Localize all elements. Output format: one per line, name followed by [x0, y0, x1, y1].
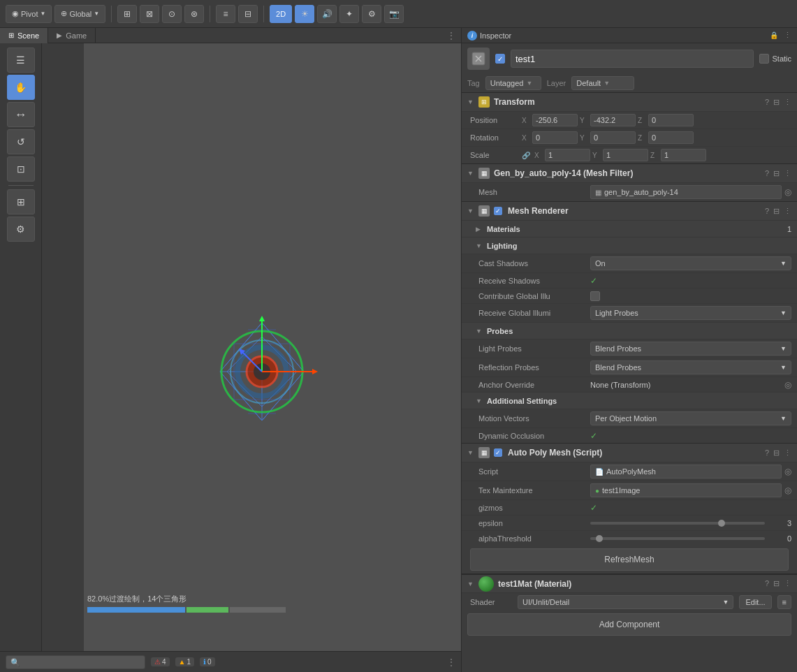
- alpha-thumb[interactable]: [596, 535, 603, 542]
- object-name-input[interactable]: [511, 50, 754, 68]
- auto-poly-menu[interactable]: ⋮: [784, 448, 791, 458]
- motion-vectors-dropdown[interactable]: Per Object Motion ▼: [590, 411, 791, 425]
- audio-button[interactable]: 🔊: [317, 5, 337, 23]
- transform-header[interactable]: ▼ ⊞ Transform ? ⊟ ⋮: [462, 93, 797, 111]
- mode-2d-button[interactable]: 2D: [270, 5, 292, 23]
- mesh-renderer-header[interactable]: ▼ ▦ ✓ Mesh Renderer ? ⊟ ⋮: [462, 202, 797, 220]
- inspector-options[interactable]: ⋮: [784, 31, 791, 40]
- receive-global-dropdown[interactable]: Light Probes ▼: [590, 306, 791, 320]
- shader-edit-button[interactable]: Edit...: [739, 595, 771, 609]
- tab-options[interactable]: ⋮: [447, 31, 461, 41]
- shader-dropdown[interactable]: UI/Unlit/Detail ▼: [518, 595, 733, 609]
- fx-button[interactable]: ✦: [339, 5, 359, 23]
- console-search[interactable]: [6, 655, 145, 669]
- transform-menu[interactable]: ⋮: [784, 98, 791, 107]
- tool-hand[interactable]: ✋: [7, 75, 35, 100]
- auto-poly-help[interactable]: ?: [765, 448, 769, 458]
- scene-tab[interactable]: ⊞ Scene: [0, 28, 48, 43]
- material-settings[interactable]: ⊟: [773, 579, 780, 588]
- mesh-filter-header[interactable]: ▼ ▦ Gen_by_auto_poly-14 (Mesh Filter) ? …: [462, 164, 797, 182]
- global-button[interactable]: ⊕ Global ▼: [54, 5, 105, 23]
- progress-blue: [87, 607, 185, 613]
- lock-icon[interactable]: 🔒: [770, 31, 778, 39]
- object-active-checkbox[interactable]: ✓: [495, 54, 505, 64]
- tex-target-icon[interactable]: ◎: [784, 485, 791, 495]
- tool-settings[interactable]: ⚙: [7, 217, 35, 242]
- mesh-filter-help[interactable]: ?: [765, 169, 769, 178]
- tool-hamburger[interactable]: ☰: [7, 48, 35, 73]
- transform-settings[interactable]: ⊟: [773, 98, 780, 107]
- scene-object[interactable]: [206, 316, 318, 430]
- dynamic-occlusion-check[interactable]: ✓: [590, 431, 597, 441]
- additional-settings-section[interactable]: ▼ Additional Settings: [462, 392, 797, 409]
- mesh-renderer-help[interactable]: ?: [765, 207, 769, 216]
- global-icon: ⊕: [61, 9, 67, 18]
- tool-rotate[interactable]: ⊙: [162, 5, 182, 23]
- contribute-global-checkbox[interactable]: [590, 291, 600, 301]
- bottom-options[interactable]: ⋮: [447, 657, 455, 667]
- lighting-button[interactable]: ☀: [295, 5, 314, 23]
- alpha-track[interactable]: [590, 537, 765, 540]
- tool-scale[interactable]: ⊛: [184, 5, 204, 23]
- pos-y-input[interactable]: [590, 114, 636, 126]
- rot-z-input[interactable]: [648, 131, 694, 144]
- material-menu[interactable]: ⋮: [784, 579, 791, 588]
- auto-poly-settings[interactable]: ⊟: [773, 448, 780, 458]
- mesh-filter-menu[interactable]: ⋮: [784, 169, 791, 178]
- tool-arrows[interactable]: ↔: [7, 102, 35, 127]
- refresh-mesh-button[interactable]: RefreshMesh: [470, 548, 789, 571]
- probes-section[interactable]: ▼ Probes: [462, 322, 797, 339]
- scene-viewport[interactable]: 82.0%过渡绘制，14个三角形: [84, 43, 461, 651]
- pivot-button[interactable]: ◉ Pivot ▼: [6, 5, 52, 23]
- materials-section[interactable]: ▶ Materials 1: [462, 220, 797, 237]
- mesh-renderer-settings[interactable]: ⊟: [773, 207, 780, 216]
- cast-shadows-dropdown[interactable]: On ▼: [590, 256, 791, 270]
- tool-resize[interactable]: ⊞: [7, 189, 35, 214]
- lighting-section[interactable]: ▼ Lighting: [462, 237, 797, 254]
- tool-vert[interactable]: ≡: [216, 5, 235, 23]
- receive-shadows-check[interactable]: ✓: [590, 276, 597, 286]
- reflection-probes-dropdown[interactable]: Blend Probes ▼: [590, 360, 791, 374]
- epsilon-track[interactable]: [590, 522, 765, 525]
- tag-dropdown[interactable]: Untagged ▼: [485, 76, 541, 90]
- tool-grid[interactable]: ⊟: [238, 5, 258, 23]
- mesh-renderer-checkbox[interactable]: ✓: [494, 207, 502, 215]
- auto-poly-checkbox[interactable]: ✓: [494, 448, 502, 457]
- mesh-target-icon[interactable]: ◎: [784, 187, 791, 197]
- pos-z-input[interactable]: [648, 114, 694, 126]
- epsilon-thumb[interactable]: [718, 520, 725, 527]
- tool-rect[interactable]: ⊞: [117, 5, 137, 23]
- static-checkbox[interactable]: [759, 54, 769, 64]
- tool-refresh[interactable]: ↺: [7, 129, 35, 154]
- rot-x-input[interactable]: [532, 131, 578, 144]
- scale-x-input[interactable]: [545, 149, 590, 161]
- game-tab[interactable]: ▶ Game: [48, 28, 96, 43]
- material-help[interactable]: ?: [765, 579, 769, 588]
- add-component-button[interactable]: Add Component: [467, 613, 791, 636]
- transform-help[interactable]: ?: [765, 98, 769, 107]
- scale-z-input[interactable]: [661, 149, 706, 161]
- gizmos-button[interactable]: ⚙: [362, 5, 381, 23]
- mesh-filter-settings[interactable]: ⊟: [773, 169, 780, 178]
- scale-y-input[interactable]: [603, 149, 648, 161]
- script-field[interactable]: 📄 AutoPolyMesh: [590, 465, 782, 479]
- tex-field[interactable]: ● test1Image: [590, 483, 782, 497]
- pos-x-input[interactable]: [532, 114, 578, 126]
- anchor-target-icon[interactable]: ◎: [784, 380, 791, 390]
- scale-y-label: Y: [592, 152, 601, 159]
- material-header[interactable]: ▼ test1Mat (Material) ? ⊟ ⋮: [462, 574, 797, 592]
- script-target-icon[interactable]: ◎: [784, 467, 791, 476]
- mesh-value-field[interactable]: ▦ gen_by_auto_poly-14: [590, 185, 782, 199]
- tool-move[interactable]: ⊠: [140, 5, 159, 23]
- shader-expand-button[interactable]: ≡: [777, 595, 791, 609]
- camera-button[interactable]: 📷: [384, 5, 404, 23]
- materials-toggle: ▶: [476, 226, 483, 233]
- auto-poly-header[interactable]: ▼ ▦ ✓ Auto Poly Mesh (Script) ? ⊟ ⋮: [462, 444, 797, 462]
- layer-dropdown[interactable]: Default ▼: [571, 76, 634, 90]
- rot-y-input[interactable]: [590, 131, 636, 144]
- tool-frame[interactable]: ⊡: [7, 156, 35, 182]
- gizmos-check[interactable]: ✓: [590, 503, 597, 513]
- auto-poly-icon: ▦: [478, 447, 490, 458]
- light-probes-dropdown[interactable]: Blend Probes ▼: [590, 342, 791, 356]
- mesh-renderer-menu[interactable]: ⋮: [784, 207, 791, 216]
